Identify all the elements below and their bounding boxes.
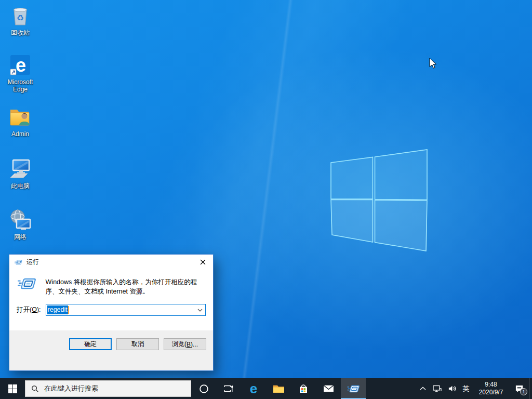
system-tray: 英 9:48 2020/9/7 1 bbox=[417, 378, 532, 399]
run-dialog-footer: 确定 取消 浏览(B)... bbox=[9, 330, 213, 370]
chevron-down-icon bbox=[197, 309, 203, 312]
tray-expand-button[interactable] bbox=[417, 378, 429, 399]
taskbar-edge-button[interactable]: e bbox=[241, 378, 266, 399]
ethernet-icon bbox=[433, 385, 442, 393]
icon-label: Admin bbox=[1, 130, 40, 138]
taskbar-run-button-active[interactable] bbox=[341, 378, 366, 399]
desktop-icon-admin-folder[interactable]: Admin bbox=[1, 104, 40, 138]
browse-button[interactable]: 浏览(B)... bbox=[164, 338, 206, 350]
mail-button[interactable] bbox=[316, 378, 341, 399]
combobox-dropdown-button[interactable] bbox=[195, 309, 205, 312]
desktop-icon-recycle-bin[interactable]: ♻ 回收站 bbox=[1, 3, 40, 36]
ok-button[interactable]: 确定 bbox=[69, 338, 112, 350]
desktop-icon-microsoft-edge[interactable]: e Microsoft Edge bbox=[1, 52, 40, 94]
combobox-value[interactable]: regedit bbox=[47, 305, 68, 314]
desktop: ♻ 回收站 e Microsoft Edge Admin bbox=[0, 0, 532, 399]
taskbar: 在此键入进行搜索 e bbox=[0, 378, 532, 399]
taskbar-spacer bbox=[366, 378, 417, 399]
search-placeholder: 在此键入进行搜索 bbox=[44, 384, 98, 393]
icon-label: 网络 bbox=[1, 233, 40, 241]
cortana-icon bbox=[199, 384, 209, 394]
run-icon-large bbox=[17, 276, 37, 291]
open-label: 打开(O): bbox=[17, 305, 41, 314]
chevron-up-icon bbox=[420, 387, 426, 391]
icon-label: 此电脑 bbox=[1, 182, 40, 190]
dialog-title: 运行 bbox=[26, 258, 39, 267]
action-center-button[interactable]: 1 bbox=[509, 378, 529, 399]
file-explorer-button[interactable] bbox=[266, 378, 291, 399]
clock-time: 9:48 bbox=[485, 381, 497, 389]
recycle-bin-icon: ♻ bbox=[8, 3, 33, 28]
mail-icon bbox=[323, 384, 334, 393]
show-desktop-button[interactable] bbox=[529, 378, 532, 399]
cortana-button[interactable] bbox=[191, 378, 216, 399]
run-dialog: 运行 Windows 将根据你所输入的名称，为你打开相应的程序、文件夹、文档或 … bbox=[9, 254, 214, 371]
windows-logo bbox=[322, 145, 434, 257]
taskbar-search[interactable]: 在此键入进行搜索 bbox=[25, 380, 191, 397]
edge-icon: e bbox=[250, 382, 257, 395]
this-pc-icon bbox=[8, 156, 33, 181]
icon-label: 回收站 bbox=[1, 29, 40, 36]
network-status[interactable] bbox=[429, 378, 445, 399]
edge-icon: e bbox=[8, 52, 33, 77]
desktop-icon-network[interactable]: 网络 bbox=[1, 207, 40, 241]
taskbar-clock[interactable]: 9:48 2020/9/7 bbox=[473, 378, 509, 399]
run-dialog-content: Windows 将根据你所输入的名称，为你打开相应的程序、文件夹、文档或 Int… bbox=[9, 270, 213, 330]
desktop-icon-this-pc[interactable]: 此电脑 bbox=[1, 156, 40, 190]
icon-label: Microsoft Edge bbox=[1, 78, 40, 94]
search-icon bbox=[31, 385, 39, 393]
run-description: Windows 将根据你所输入的名称，为你打开相应的程序、文件夹、文档或 Int… bbox=[46, 277, 206, 296]
speaker-icon bbox=[448, 385, 457, 392]
clock-date: 2020/9/7 bbox=[479, 389, 503, 396]
close-icon bbox=[200, 259, 206, 265]
run-icon bbox=[14, 259, 23, 266]
network-icon bbox=[8, 207, 33, 232]
recycle-symbol: ♻ bbox=[17, 14, 24, 22]
svg-text:e: e bbox=[16, 55, 26, 76]
task-view-button[interactable] bbox=[216, 378, 241, 399]
windows-start-icon bbox=[8, 384, 17, 393]
close-button[interactable] bbox=[192, 255, 213, 270]
notification-badge: 1 bbox=[520, 388, 527, 395]
volume-status[interactable] bbox=[445, 378, 459, 399]
task-view-icon bbox=[223, 384, 234, 393]
run-icon bbox=[347, 384, 360, 394]
user-folder-icon bbox=[8, 104, 33, 129]
run-dialog-titlebar[interactable]: 运行 bbox=[9, 255, 213, 270]
text-caret bbox=[68, 306, 69, 314]
cancel-button[interactable]: 取消 bbox=[116, 338, 159, 350]
language-indicator[interactable]: 英 bbox=[459, 378, 473, 399]
mouse-cursor bbox=[429, 58, 439, 69]
store-button[interactable] bbox=[291, 378, 316, 399]
open-combobox[interactable]: regedit bbox=[46, 304, 206, 316]
start-button[interactable] bbox=[0, 378, 25, 399]
store-icon bbox=[298, 383, 309, 394]
file-explorer-icon bbox=[273, 384, 285, 394]
